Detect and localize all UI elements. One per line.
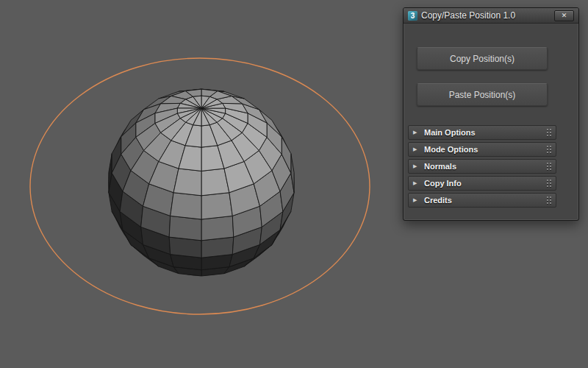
rollout-normals[interactable]: ▶ Normals xyxy=(408,159,556,174)
rollout-main-options[interactable]: ▶ Main Options xyxy=(408,125,556,140)
rollout-label: Mode Options xyxy=(424,145,478,154)
wireframe-sphere[interactable] xyxy=(108,89,294,276)
chevron-right-icon: ▶ xyxy=(413,180,420,186)
main-actions: Copy Position(s) Paste Position(s) xyxy=(408,28,556,125)
copy-paste-position-dialog: 3 Copy/Paste Position 1.0 ✕ Copy Positio… xyxy=(403,7,579,221)
chevron-right-icon: ▶ xyxy=(413,163,420,169)
grip-icon[interactable] xyxy=(547,129,551,136)
rollout-label: Copy Info xyxy=(424,179,462,188)
copy-position-button[interactable]: Copy Position(s) xyxy=(417,47,548,70)
rollout-label: Credits xyxy=(424,196,452,205)
chevron-right-icon: ▶ xyxy=(413,130,420,135)
rollout-copy-info[interactable]: ▶ Copy Info xyxy=(408,176,556,191)
close-button[interactable]: ✕ xyxy=(554,10,574,21)
rollout-mode-options[interactable]: ▶ Mode Options xyxy=(408,142,556,157)
grip-icon[interactable] xyxy=(547,146,551,153)
grip-icon[interactable] xyxy=(547,180,551,187)
rollout-label: Main Options xyxy=(424,128,476,137)
dialog-title: Copy/Paste Position 1.0 xyxy=(421,10,515,21)
dialog-titlebar[interactable]: 3 Copy/Paste Position 1.0 ✕ xyxy=(404,8,578,24)
dialog-content: Copy Position(s) Paste Position(s) ▶ Mai… xyxy=(404,24,578,214)
3ds-max-icon: 3 xyxy=(408,11,417,21)
rollout-label: Normals xyxy=(424,162,456,171)
chevron-right-icon: ▶ xyxy=(413,146,420,152)
grip-icon[interactable] xyxy=(547,197,551,204)
rollout-credits[interactable]: ▶ Credits xyxy=(408,193,556,208)
grip-icon[interactable] xyxy=(547,163,551,170)
paste-position-button[interactable]: Paste Position(s) xyxy=(417,83,548,106)
chevron-right-icon: ▶ xyxy=(413,197,420,203)
